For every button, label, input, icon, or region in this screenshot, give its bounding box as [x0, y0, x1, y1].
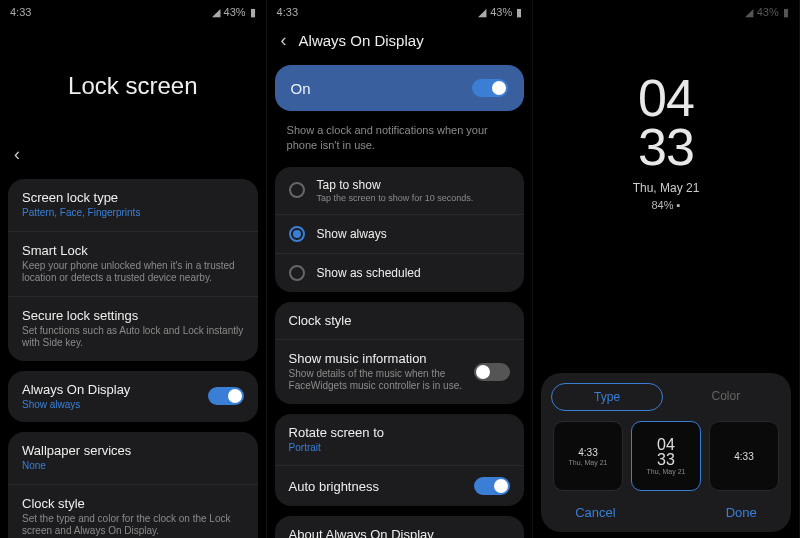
row-show-music-info[interactable]: Show music information Show details of t…	[275, 340, 525, 404]
radio-tap-to-show[interactable]: Tap to show Tap the screen to show for 1…	[275, 167, 525, 215]
radio-show-always[interactable]: Show always	[275, 215, 525, 254]
settings-card-1: Screen lock type Pattern, Face, Fingerpr…	[8, 179, 258, 361]
radio-icon	[289, 265, 305, 281]
row-smart-lock[interactable]: Smart Lock Keep your phone unlocked when…	[8, 232, 258, 297]
clock-thumb-3[interactable]: 4:33	[709, 421, 779, 491]
battery-pct: 43%	[757, 6, 779, 18]
page-title: Lock screen	[0, 24, 266, 144]
row-clock-style-link[interactable]: Clock style	[275, 302, 525, 340]
cancel-button[interactable]: Cancel	[575, 505, 615, 520]
on-toggle-bar[interactable]: On	[275, 65, 525, 111]
row-always-on-display[interactable]: Always On Display Show always	[8, 371, 258, 423]
music-toggle[interactable]	[474, 363, 510, 381]
signal-icon: ◢	[212, 6, 220, 19]
header: ‹ Always On Display	[267, 24, 533, 65]
music-card: Clock style Show music information Show …	[275, 302, 525, 404]
aod-clock-preview: 04 33 Thu, May 21 84% ▪	[533, 74, 799, 211]
clock-thumb-1[interactable]: 4:33 Thu, May 21	[553, 421, 623, 491]
battery-icon: ▮	[783, 6, 789, 19]
status-bar: 4:33 ◢ 43% ▮	[0, 0, 266, 24]
row-clock-style[interactable]: Clock style Set the type and color for t…	[8, 485, 258, 539]
phone-aod-preview: ◢ 43% ▮ 04 33 Thu, May 21 84% ▪ Type Col…	[533, 0, 800, 538]
battery-pct: 43%	[224, 6, 246, 18]
about-card: About Always On Display	[275, 516, 525, 538]
signal-icon: ◢	[745, 6, 753, 19]
row-about-aod[interactable]: About Always On Display	[275, 516, 525, 538]
battery-pct: 43%	[490, 6, 512, 18]
row-wallpaper-services[interactable]: Wallpaper services None	[8, 432, 258, 485]
status-bar: ◢ 43% ▮	[533, 0, 799, 24]
clock-style-panel: Type Color 4:33 Thu, May 21 04 33 Thu, M…	[541, 373, 791, 532]
screen-card: Rotate screen to Portrait Auto brightnes…	[275, 414, 525, 507]
row-secure-lock-settings[interactable]: Secure lock settings Set functions such …	[8, 297, 258, 361]
row-rotate-screen[interactable]: Rotate screen to Portrait	[275, 414, 525, 467]
status-time: 4:33	[10, 6, 31, 18]
back-icon[interactable]: ‹	[281, 30, 287, 51]
signal-icon: ◢	[478, 6, 486, 19]
phone-aod-settings: 4:33 ◢ 43% ▮ ‹ Always On Display On Show…	[267, 0, 534, 538]
tab-row: Type Color	[551, 383, 781, 411]
done-button[interactable]: Done	[726, 505, 757, 520]
radio-icon	[289, 226, 305, 242]
battery-icon: ▮	[250, 6, 256, 19]
aod-toggle[interactable]	[208, 387, 244, 405]
settings-card-aod: Always On Display Show always	[8, 371, 258, 423]
settings-card-2: Wallpaper services None Clock style Set …	[8, 432, 258, 538]
row-screen-lock-type[interactable]: Screen lock type Pattern, Face, Fingerpr…	[8, 179, 258, 232]
thumb-row: 4:33 Thu, May 21 04 33 Thu, May 21 4:33	[551, 421, 781, 491]
page-title: Always On Display	[299, 32, 424, 49]
tab-type[interactable]: Type	[551, 383, 663, 411]
status-bar: 4:33 ◢ 43% ▮	[267, 0, 533, 24]
on-toggle[interactable]	[472, 79, 508, 97]
button-row: Cancel Done	[551, 501, 781, 526]
radio-icon	[289, 182, 305, 198]
auto-brightness-toggle[interactable]	[474, 477, 510, 495]
radio-card: Tap to show Tap the screen to show for 1…	[275, 167, 525, 292]
status-time: 4:33	[277, 6, 298, 18]
clock-thumb-2[interactable]: 04 33 Thu, May 21	[631, 421, 701, 491]
battery-icon: ▮	[516, 6, 522, 19]
back-icon[interactable]: ‹	[14, 144, 20, 164]
phone-lock-screen: 4:33 ◢ 43% ▮ Lock screen ‹ Screen lock t…	[0, 0, 267, 538]
radio-show-scheduled[interactable]: Show as scheduled	[275, 254, 525, 292]
aod-description: Show a clock and notifications when your…	[267, 117, 533, 167]
row-auto-brightness[interactable]: Auto brightness	[275, 466, 525, 506]
tab-color[interactable]: Color	[671, 383, 781, 411]
